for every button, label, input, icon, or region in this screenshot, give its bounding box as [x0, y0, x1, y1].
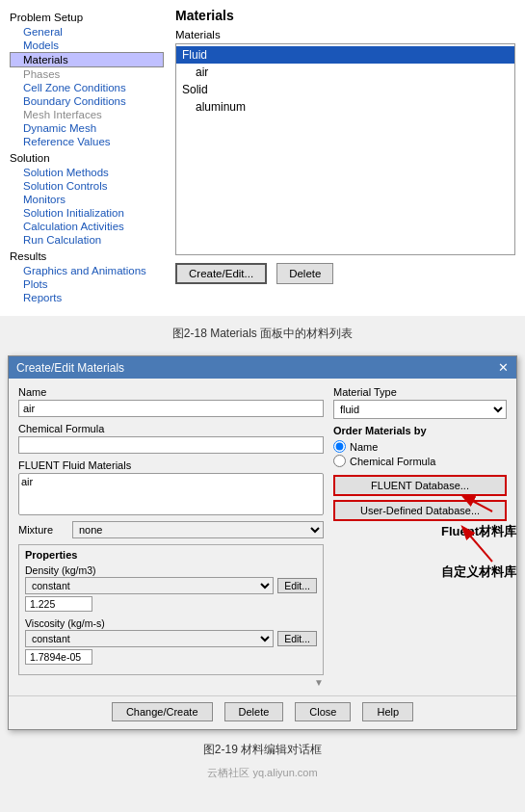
custom-library-annotation: 自定义材料库 — [441, 563, 516, 581]
mixture-select[interactable]: none — [72, 521, 324, 538]
prop-row-0: Density (kg/m3)constantEdit... — [25, 564, 317, 612]
materials-panel-title: Materials — [175, 8, 515, 23]
caption1: 图2-18 Materials 面板中的材料列表 — [0, 322, 525, 350]
sidebar-item-solution-controls[interactable]: Solution Controls — [10, 179, 164, 193]
fluent-library-annotation: Fluent材料库 — [441, 523, 516, 540]
prop-controls-1: constantEdit... — [25, 630, 317, 647]
sidebar-item-models[interactable]: Models — [10, 39, 164, 52]
create-edit-dialog: Create/Edit Materials ✕ Name Chemical Fo… — [8, 355, 517, 730]
properties-title: Properties — [25, 549, 317, 561]
sidebar-item-materials[interactable]: Materials — [10, 52, 164, 67]
properties-section: Properties Density (kg/m3)constantEdit..… — [18, 544, 324, 675]
watermark: 云栖社区 yq.aliyun.com — [0, 762, 525, 784]
materials-list-item-3[interactable]: aluminum — [176, 98, 514, 116]
chemical-formula-label: Chemical Formula — [18, 423, 324, 434]
order-chemical-radio[interactable] — [333, 455, 346, 467]
order-chemical-label: Chemical Formula — [350, 456, 435, 467]
sidebar-item-mesh-interfaces[interactable]: Mesh Interfaces — [10, 108, 164, 121]
dialog-delete-button[interactable]: Delete — [224, 702, 284, 721]
dialog-titlebar: Create/Edit Materials ✕ — [9, 356, 516, 379]
delete-button[interactable]: Delete — [276, 263, 333, 284]
name-row: Name — [18, 386, 324, 417]
order-group: Order Materials by Name Chemical Formula — [333, 425, 507, 467]
fluent-materials-row: FLUENT Fluid Materials air — [18, 459, 324, 515]
sidebar-item-plots[interactable]: Plots — [10, 277, 164, 291]
prop-value-input-1[interactable] — [25, 649, 92, 665]
sidebar-item-phases[interactable]: Phases — [10, 67, 164, 81]
materials-list-item-1[interactable]: air — [176, 64, 514, 81]
top-panel: Problem SetupGeneralModelsMaterialsPhase… — [0, 0, 525, 316]
scroll-indicator: ▼ — [18, 677, 324, 688]
caption2: 图2-19 材料编辑对话框 — [0, 736, 525, 762]
prop-label-1: Viscosity (kg/m-s) — [25, 617, 317, 629]
sidebar-item-reports[interactable]: Reports — [10, 291, 164, 304]
dialog-left: Name Chemical Formula FLUENT Fluid Mater… — [18, 386, 324, 688]
sidebar-item-graphics-and-animations[interactable]: Graphics and Animations — [10, 264, 164, 277]
sidebar-item-monitors[interactable]: Monitors — [10, 193, 164, 206]
dialog-wrapper: Create/Edit Materials ✕ Name Chemical Fo… — [0, 350, 525, 736]
order-chemical-radio-row: Chemical Formula — [333, 455, 507, 467]
prop-method-select-0[interactable]: constant — [25, 577, 274, 594]
sidebar-section-1: Solution — [10, 152, 164, 164]
prop-row-1: Viscosity (kg/m-s)constantEdit... — [25, 617, 317, 665]
create-edit-button[interactable]: Create/Edit... — [175, 263, 267, 284]
help-button[interactable]: Help — [362, 702, 413, 721]
prop-edit-btn-0[interactable]: Edit... — [277, 578, 317, 593]
materials-list-item-0[interactable]: Fluid — [176, 46, 514, 64]
prop-edit-btn-1[interactable]: Edit... — [277, 631, 317, 646]
order-name-label: Name — [350, 441, 378, 453]
close-button[interactable]: Close — [295, 702, 351, 721]
dialog-title: Create/Edit Materials — [16, 361, 124, 375]
sidebar-item-reference-values[interactable]: Reference Values — [10, 135, 164, 148]
order-name-radio[interactable] — [333, 440, 346, 453]
sidebar-item-solution-methods[interactable]: Solution Methods — [10, 166, 164, 179]
prop-label-0: Density (kg/m3) — [25, 564, 317, 576]
sidebar: Problem SetupGeneralModelsMaterialsPhase… — [10, 8, 164, 304]
sidebar-section-2: Results — [10, 250, 164, 262]
material-type-label: Material Type — [333, 386, 507, 398]
mixture-label: Mixture — [18, 524, 66, 536]
chemical-formula-input[interactable] — [18, 436, 324, 454]
mixture-row: Mixture none — [18, 521, 324, 538]
dialog-body: Name Chemical Formula FLUENT Fluid Mater… — [9, 379, 516, 695]
sidebar-item-general[interactable]: General — [10, 25, 164, 39]
fluent-materials-select[interactable]: air — [18, 473, 324, 515]
prop-value-input-0[interactable] — [25, 596, 92, 612]
materials-buttons: Create/Edit... Delete — [175, 263, 515, 284]
database-annotation-area: FLUENT Database... User-Defined Database… — [333, 475, 507, 590]
fluent-database-button[interactable]: FLUENT Database... — [333, 475, 507, 496]
materials-panel: Materials Materials FluidairSolidaluminu… — [175, 8, 515, 304]
sidebar-section-0: Problem Setup — [10, 12, 164, 23]
sidebar-item-solution-initialization[interactable]: Solution Initialization — [10, 206, 164, 220]
materials-sub-label: Materials — [175, 29, 515, 40]
prop-controls-0: constantEdit... — [25, 577, 317, 594]
material-type-select[interactable]: fluid solid mixture — [333, 400, 507, 419]
dialog-footer: Change/Create Delete Close Help — [9, 695, 516, 729]
materials-list-box: FluidairSolidaluminum — [175, 43, 515, 255]
dialog-close-button[interactable]: ✕ — [498, 360, 509, 375]
chemical-formula-row: Chemical Formula — [18, 423, 324, 454]
dialog-right: Material Type fluid solid mixture Order … — [333, 386, 507, 688]
materials-list-item-2[interactable]: Solid — [176, 81, 514, 98]
sidebar-item-run-calculation[interactable]: Run Calculation — [10, 233, 164, 247]
name-input[interactable] — [18, 400, 324, 417]
order-label: Order Materials by — [333, 425, 507, 436]
order-name-radio-row: Name — [333, 440, 507, 453]
user-defined-database-button[interactable]: User-Defined Database... — [333, 500, 507, 521]
fluent-materials-label: FLUENT Fluid Materials — [18, 459, 324, 471]
material-type-row: Material Type fluid solid mixture — [333, 386, 507, 419]
prop-method-select-1[interactable]: constant — [25, 630, 274, 647]
sidebar-item-boundary-conditions[interactable]: Boundary Conditions — [10, 94, 164, 108]
name-label: Name — [18, 386, 324, 398]
sidebar-item-cell-zone-conditions[interactable]: Cell Zone Conditions — [10, 81, 164, 94]
sidebar-item-calculation-activities[interactable]: Calculation Activities — [10, 220, 164, 233]
change-create-button[interactable]: Change/Create — [112, 702, 213, 721]
sidebar-item-dynamic-mesh[interactable]: Dynamic Mesh — [10, 121, 164, 135]
